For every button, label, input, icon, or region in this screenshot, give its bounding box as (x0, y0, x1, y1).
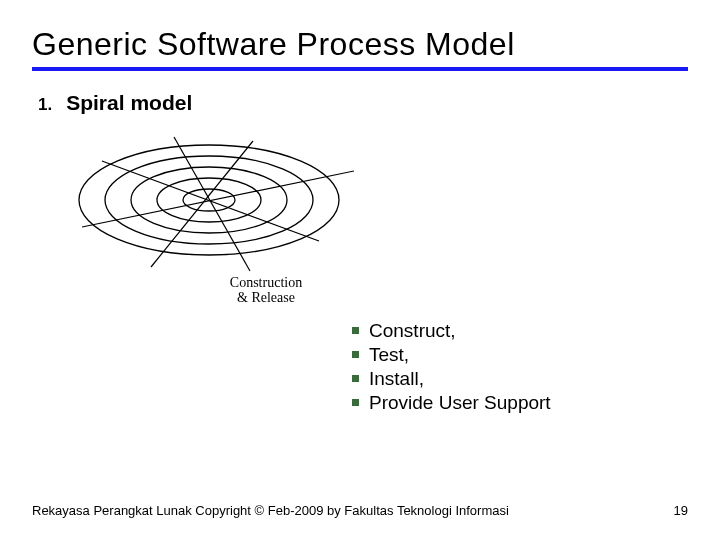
spiral-caption: Construction & Release (206, 275, 326, 306)
caption-line2: & Release (206, 290, 326, 305)
bullet-list: Construct, Test, Install, Provide User S… (352, 320, 688, 414)
page-number: 19 (674, 503, 688, 518)
square-bullet-icon (352, 327, 359, 334)
numbered-item: 1. Spiral model (38, 91, 688, 115)
square-bullet-icon (352, 375, 359, 382)
slide-title: Generic Software Process Model (32, 26, 688, 63)
list-item: Test, (352, 344, 688, 366)
bullet-text: Provide User Support (369, 392, 551, 414)
bullet-text: Test, (369, 344, 409, 366)
square-bullet-icon (352, 399, 359, 406)
footer-text: Rekayasa Perangkat Lunak Copyright © Feb… (32, 503, 509, 518)
item-number: 1. (38, 95, 52, 115)
spiral-diagram (54, 125, 688, 279)
bullet-text: Install, (369, 368, 424, 390)
bullet-text: Construct, (369, 320, 456, 342)
title-underline (32, 67, 688, 71)
spiral-icon (54, 125, 354, 275)
footer: Rekayasa Perangkat Lunak Copyright © Feb… (32, 503, 688, 518)
list-item: Install, (352, 368, 688, 390)
list-item: Provide User Support (352, 392, 688, 414)
list-item: Construct, (352, 320, 688, 342)
item-label: Spiral model (66, 91, 192, 115)
square-bullet-icon (352, 351, 359, 358)
